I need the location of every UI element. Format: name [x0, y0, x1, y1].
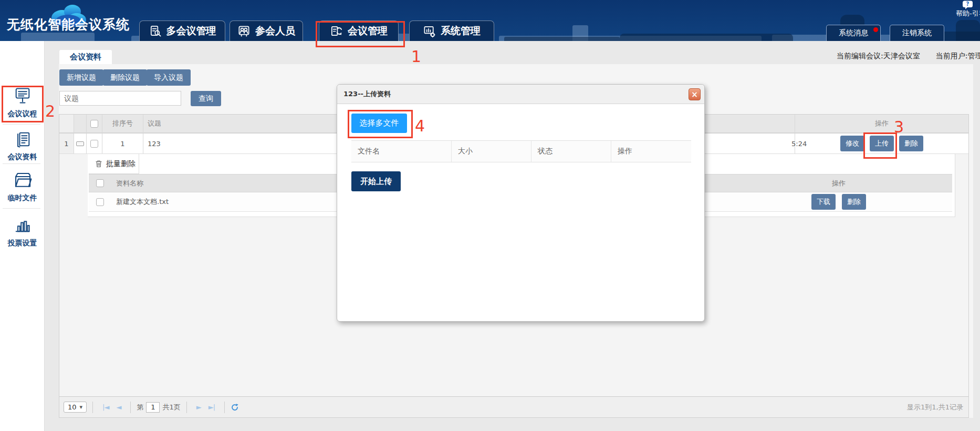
pager-divider [186, 402, 187, 413]
caret-down-icon: ▾ [80, 404, 83, 411]
annotation-number-2: 2 [45, 102, 55, 120]
people-icon [237, 25, 251, 38]
download-button[interactable]: 下载 [811, 194, 836, 210]
row-order: 1 [102, 134, 143, 153]
delete-button[interactable]: 删除 [899, 136, 923, 151]
monitor-gear-icon [423, 25, 436, 38]
header-order: 排序号 [102, 115, 143, 133]
upload-col-actions: 操作 [611, 141, 691, 162]
pager-divider [224, 402, 225, 413]
upload-button[interactable]: 上传 [870, 136, 894, 151]
subgrid-select-cell [89, 175, 111, 192]
batch-delete-label: 批量删除 [106, 159, 135, 169]
annotation-number-1: 1 [411, 47, 421, 66]
edit-button[interactable]: 修改 [840, 136, 864, 151]
start-upload-button[interactable]: 开始上传 [351, 171, 401, 191]
select-all-checkbox[interactable] [90, 120, 98, 128]
document-search-icon [149, 25, 162, 38]
query-button[interactable]: 查询 [191, 91, 221, 106]
close-icon[interactable]: × [689, 88, 701, 100]
row-checkbox[interactable] [90, 140, 98, 148]
sidebar-item-temp-files[interactable]: 临时文件 [0, 169, 45, 203]
nav-tab-label: 多会议管理 [166, 24, 216, 38]
sidebar-divider [3, 163, 40, 164]
subgrid-row-checkbox[interactable] [96, 198, 104, 206]
select-files-button[interactable]: 选择多文件 [351, 114, 407, 133]
last-page-icon[interactable]: ►| [208, 403, 215, 411]
subgrid-select-all-checkbox[interactable] [96, 179, 104, 187]
sidebar: 会议议程 会议资料 临时文件 [0, 41, 45, 431]
row-select-cell [87, 134, 102, 153]
next-page-icon[interactable]: ► [196, 403, 201, 411]
page-size-value: 10 [68, 403, 77, 411]
tab-meeting-materials[interactable]: 会议资料 [59, 50, 112, 64]
prev-page-icon[interactable]: ◄ [116, 403, 121, 411]
session-info: 当前编辑会议:天津会议室当前用户:管理员 [837, 52, 980, 61]
system-message-button[interactable]: 系统消息 [826, 25, 881, 41]
topic-search-input[interactable] [59, 91, 181, 106]
agenda-board-icon [13, 84, 33, 107]
app-window: 无纸化智能会议系统 多会议管理 参会人员 会议管理 [0, 0, 980, 431]
header-select-cell [87, 115, 102, 133]
subgrid-header-actions: 操作 [725, 175, 952, 192]
app-title: 无纸化智能会议系统 [7, 16, 130, 33]
collapse-row-icon[interactable] [74, 134, 87, 153]
annotation-number-3: 3 [894, 118, 904, 136]
pager-divider [92, 402, 93, 413]
add-topic-button[interactable]: 新增议题 [59, 69, 103, 86]
page-label: 第 [137, 403, 143, 412]
notification-dot [873, 27, 878, 32]
page-size-select[interactable]: 10 ▾ [64, 402, 87, 413]
batch-delete-button[interactable]: 批量删除 [89, 154, 139, 174]
header-rownum-cell [59, 115, 74, 133]
nav-tab-multi-meeting[interactable]: 多会议管理 [139, 20, 225, 41]
logout-label: 注销系统 [902, 28, 932, 38]
refresh-icon[interactable] [231, 403, 239, 412]
sidebar-item-label: 投票设置 [0, 239, 45, 248]
dialog-title: 123--上传资料 [337, 85, 704, 104]
row-actions-cell: 修改 上传 删除 [795, 134, 968, 153]
row-datetime-partial: 5:24 [791, 140, 807, 148]
sidebar-item-label: 会议议程 [0, 109, 45, 119]
upload-col-status: 状态 [531, 141, 611, 162]
current-meeting-text: 当前编辑会议:天津会议室 [837, 52, 920, 60]
page-number-input[interactable] [146, 402, 160, 413]
row-number: 1 [59, 134, 74, 153]
help-label[interactable]: 帮助-引导 [956, 9, 980, 18]
upload-table-header: 文件名 大小 状态 操作 [351, 140, 691, 162]
sidebar-item-label: 临时文件 [0, 193, 45, 203]
delete-topic-button[interactable]: 删除议题 [103, 69, 147, 86]
sidebar-item-agenda[interactable]: 会议议程 [0, 84, 45, 119]
help-bubble-icon[interactable]: ? [962, 1, 974, 9]
upload-col-size: 大小 [451, 141, 531, 162]
document-sync-icon [330, 25, 343, 38]
nav-tab-label: 参会人员 [255, 24, 295, 38]
sidebar-divider [3, 124, 40, 125]
pager-divider [130, 402, 131, 413]
subgrid-row-select-cell [89, 192, 111, 211]
first-page-icon[interactable]: |◄ [102, 403, 109, 411]
nav-tab-system-management[interactable]: 系统管理 [409, 20, 494, 41]
nav-tab-participants[interactable]: 参会人员 [230, 20, 303, 41]
record-summary: 显示1到1,共1记录 [907, 403, 963, 412]
current-user-text: 当前用户:管理员 [936, 52, 980, 60]
bar-chart-icon [13, 213, 33, 237]
nav-tab-meeting-management[interactable]: 会议管理 [319, 20, 399, 41]
svg-text:?: ? [966, 1, 969, 7]
folder-icon [12, 169, 33, 191]
sidebar-item-materials[interactable]: 会议资料 [0, 128, 45, 162]
sidebar-item-label: 会议资料 [0, 152, 45, 162]
pager-bar: 10 ▾ |◄ ◄ 第 共1页 ► ►| 显示1到1,共1记录 [59, 396, 968, 417]
documents-icon [13, 128, 33, 150]
upload-col-filename: 文件名 [351, 141, 451, 162]
subgrid-row-actions: 下载 删除 [725, 192, 952, 211]
delete-file-button[interactable]: 删除 [842, 194, 866, 210]
sidebar-item-vote-settings[interactable]: 投票设置 [0, 213, 45, 248]
page-total-label: 共1页 [162, 403, 180, 412]
logout-button[interactable]: 注销系统 [890, 25, 944, 41]
top-bar: 无纸化智能会议系统 多会议管理 参会人员 会议管理 [0, 0, 980, 41]
header-actions: 操作 [795, 115, 968, 133]
nav-tab-label: 会议管理 [348, 24, 388, 38]
trash-icon [95, 160, 102, 168]
import-topic-button[interactable]: 导入议题 [147, 69, 191, 86]
